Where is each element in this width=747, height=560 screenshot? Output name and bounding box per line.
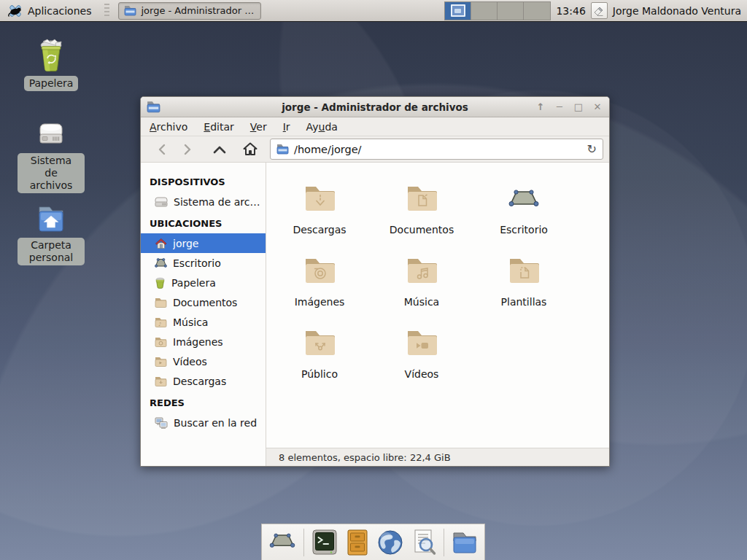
path-folder-icon [276,144,289,155]
document-search-icon [411,529,437,556]
document-search-launcher[interactable] [411,529,437,556]
menu-editar[interactable]: Editar [204,121,233,133]
path-text: /home/jorge/ [294,144,362,155]
xfce-logo-icon [7,3,23,19]
desktop-large-icon [506,181,541,216]
file-documentos[interactable]: Documentos [371,181,473,253]
workspace-1[interactable] [445,2,471,20]
clock[interactable]: 13:46 [556,5,585,17]
svg-text:♪: ♪ [158,321,161,327]
applications-menu-button[interactable]: Aplicaciones [4,1,94,20]
sidebar-item-label: Sistema de arch... [174,196,266,208]
sidebar-item-documents[interactable]: Documentos [141,292,266,312]
desktop-icon-home[interactable]: Carpeta personal [16,201,86,265]
sidebar-item-home[interactable]: jorge [141,233,266,253]
folder-document-icon [404,181,439,216]
sidebar: DISPOSITIVOS Sistema de arch... UBICACIO… [141,163,266,466]
menu-ver[interactable]: Ver [250,121,267,133]
file-name: Vídeos [405,368,439,380]
sidebar-item-pictures[interactable]: Imágenes [141,332,266,351]
home-icon [155,238,167,249]
dock-separator [444,529,444,556]
taskbar-window-label: jorge - Administrador de... [141,5,255,16]
titlebar[interactable]: jorge - Administrador de archivos ↑ ─ □ … [141,97,609,117]
sidebar-item-desktop[interactable]: Escritorio [141,253,266,273]
minimize-button[interactable]: ─ [554,101,565,113]
file-name: Imágenes [295,296,345,308]
file-escritorio[interactable]: Escritorio [473,181,575,253]
sidebar-item-network-search[interactable]: Buscar en la red [141,413,266,432]
folder-download-icon [302,181,337,216]
taskbar-window-button[interactable]: jorge - Administrador de... [118,2,261,20]
file-plantillas[interactable]: Plantillas [473,253,575,325]
menubar: Archivo Editar Ver Ir Ayuda [141,117,609,136]
file-name: Música [404,296,439,308]
sidebar-item-videos[interactable]: Vídeos [141,351,266,371]
menu-archivo[interactable]: Archivo [150,121,187,133]
file-cabinet-launcher[interactable] [345,529,370,556]
desktop-icon-filesystem[interactable]: Sistema de archivos [16,117,86,193]
file-view: Descargas Do [266,163,609,448]
workspace-pager [444,1,551,20]
sidebar-item-trash[interactable]: Papelera [141,273,266,292]
terminal-launcher[interactable] [311,529,338,556]
show-desktop-icon [268,530,297,555]
network-icon [155,417,168,429]
up-button[interactable] [209,139,231,160]
file-musica[interactable]: Música [371,253,473,325]
file-imagenes[interactable]: Imágenes [268,253,371,325]
workspace-4[interactable] [524,2,550,20]
file-manager-launcher[interactable] [451,530,479,555]
dock-separator [303,529,304,556]
sidebar-item-label: Documentos [173,297,237,308]
home-button[interactable] [239,139,261,160]
sidebar-item-downloads[interactable]: Descargas [141,371,266,391]
file-descargas[interactable]: Descargas [268,181,371,253]
menu-ir[interactable]: Ir [283,121,290,133]
user-name-label[interactable]: Jorge Maldonado Ventura [613,5,741,17]
shade-button[interactable]: ↑ [535,101,546,113]
desktop-icon-trash[interactable]: Papelera [16,36,86,91]
home-folder-icon [34,201,69,235]
folder-music-icon [404,253,439,288]
drive-icon [155,197,168,207]
window-folder-icon [124,5,136,16]
maximize-button[interactable]: □ [573,101,584,113]
sidebar-item-label: Vídeos [173,356,207,368]
folder-icon [155,337,167,347]
web-browser-launcher[interactable] [376,529,404,556]
file-videos[interactable]: Vídeos [371,325,473,397]
file-publico[interactable]: Público [268,325,371,397]
sidebar-item-label: Buscar en la red [174,417,257,429]
sidebar-item-label: jorge [173,238,198,249]
sidebar-item-music[interactable]: ♪ Música [141,312,266,332]
close-button[interactable]: ✕ [592,101,603,113]
sidebar-header-devices: DISPOSITIVOS [141,170,266,192]
folder-icon [155,357,167,367]
folder-video-icon [404,325,439,360]
statusbar: 8 elementos, espacio libre: 22,4 GiB [266,448,609,466]
file-name: Documentos [390,224,454,236]
folder-share-icon [302,325,337,360]
menu-ayuda[interactable]: Ayuda [306,121,338,133]
sidebar-item-label: Imágenes [173,336,223,348]
forward-button[interactable] [177,139,198,160]
path-input[interactable]: /home/jorge/ ↻ [270,139,603,160]
user-action-button[interactable] [591,2,608,19]
workspace-2[interactable] [471,2,498,20]
desktop-icon-label: Papelera [24,76,79,91]
sidebar-item-label: Papelera [171,277,216,289]
sidebar-item-filesystem[interactable]: Sistema de arch... [141,192,266,211]
workspace-3[interactable] [498,2,524,20]
file-name: Público [301,368,338,380]
sidebar-item-label: Música [173,316,208,328]
launcher-dock [261,524,485,560]
show-desktop-button[interactable] [268,530,297,555]
back-button[interactable] [151,139,173,160]
sidebar-item-label: Escritorio [173,257,221,269]
reload-icon[interactable]: ↻ [587,144,597,155]
eraser-icon [593,4,605,17]
desktop-icon [155,257,167,268]
file-name: Descargas [293,224,346,236]
trash-icon [155,277,166,289]
